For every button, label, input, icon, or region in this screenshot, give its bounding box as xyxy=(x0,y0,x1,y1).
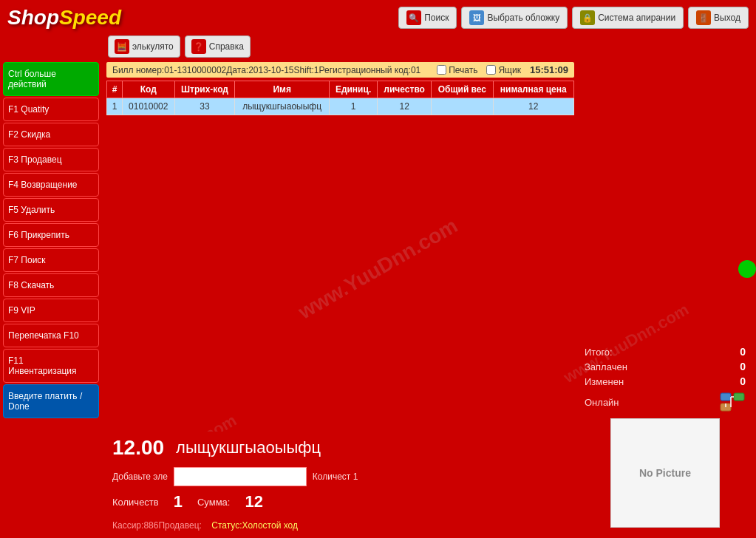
cell-qty: 12 xyxy=(378,98,432,115)
sidebar: Ctrl больше действий F1 Quatity F2 Скидк… xyxy=(0,62,102,534)
cell-unit: 1 xyxy=(329,98,377,115)
sidebar-done-button[interactable]: Введите платить / Done xyxy=(3,384,99,418)
calculator-button[interactable]: 🧮 элькулято xyxy=(108,35,180,58)
online-icon xyxy=(719,392,746,412)
sidebar-ctrl-button[interactable]: Ctrl больше действий xyxy=(3,62,99,96)
print-checkbox[interactable] xyxy=(437,65,446,75)
sidebar-f8-button[interactable]: F8 Скачать xyxy=(3,273,99,297)
quantity-row-label: Количеств xyxy=(112,497,159,508)
cover-button[interactable]: 🖼 Выбрать обложку xyxy=(461,7,568,29)
time-display: 15:51:09 xyxy=(530,64,568,75)
col-unit: Единиц. xyxy=(329,81,377,98)
logo: ShopSpeed xyxy=(7,6,121,30)
logo-speed: Speed xyxy=(59,6,121,29)
cell-minprice: 12 xyxy=(493,98,573,115)
paid-value: 0 xyxy=(716,361,746,372)
sidebar-f2-button[interactable]: F2 Скидка xyxy=(3,123,99,146)
bill-info-right: Печать Ящик 15:51:09 xyxy=(437,64,568,75)
col-num: # xyxy=(107,81,123,98)
sidebar-f5-button[interactable]: F5 Удалить xyxy=(3,198,99,222)
sidebar-f9-button[interactable]: F9 VIP xyxy=(3,299,99,322)
search-button[interactable]: 🔍 Поиск xyxy=(398,7,457,29)
data-table: # Код Штрих-код Имя Единиц. личество Общ… xyxy=(106,81,574,115)
product-price: 12.00 xyxy=(112,436,164,460)
right-panel: Итого: 0 Заплачен 0 Изменен 0 Онлайн xyxy=(579,62,756,534)
green-indicator xyxy=(738,260,756,278)
qty-row: Количеств 1 Сумма: 12 xyxy=(106,489,574,517)
no-picture-box: No Picture xyxy=(610,418,720,528)
cell-num: 1 xyxy=(107,98,123,115)
logo-shop: Shop xyxy=(7,6,59,29)
cell-code: 01010002 xyxy=(122,98,174,115)
total-value: 0 xyxy=(716,346,746,358)
summary-panel: Итого: 0 Заплачен 0 Изменен 0 Онлайн xyxy=(579,62,752,534)
system-button[interactable]: 🔒 Система апирании xyxy=(572,7,684,29)
col-minprice: нималная цена xyxy=(493,81,573,98)
table-row[interactable]: 1 01010002 33 лыщукшгыаоыыфц 1 12 12 xyxy=(107,98,574,115)
online-label: Онлайн xyxy=(585,397,619,408)
table-container: # Код Штрих-код Имя Единиц. личество Общ… xyxy=(106,81,574,432)
help-button[interactable]: ❓ Справка xyxy=(185,35,251,58)
total-row: Итого: 0 xyxy=(579,344,752,359)
total-label: Итого: xyxy=(585,347,613,358)
svg-rect-1 xyxy=(734,393,744,401)
cell-barcode: 33 xyxy=(174,98,235,115)
cashier-text: Кассир:886Продавец: xyxy=(112,520,202,531)
paid-row: Заплачен 0 xyxy=(579,359,752,374)
bill-info-text: Билл номер:01-1310000002Дата:2013-10-15S… xyxy=(112,65,420,75)
sidebar-f10-button[interactable]: Перепечатка F10 xyxy=(3,324,99,347)
exit-icon: 🚪 xyxy=(696,10,711,25)
add-label: Добавьте эле xyxy=(112,471,168,482)
paid-label: Заплачен xyxy=(585,361,627,372)
input-row: Добавьте эле Количест 1 xyxy=(106,464,574,489)
sum-label: Сумма: xyxy=(197,497,230,508)
box-checkbox[interactable] xyxy=(486,65,496,75)
add-input[interactable] xyxy=(174,467,307,486)
svg-rect-0 xyxy=(721,393,731,401)
product-section: 12.00 лыщукшгыаоыыфц Добавьте эле Количе… xyxy=(106,432,574,534)
qty-label: Количест 1 xyxy=(313,471,358,482)
main-layout: Ctrl больше действий F1 Quatity F2 Скидк… xyxy=(0,62,756,534)
cell-name: лыщукшгыаоыыфц xyxy=(235,98,330,115)
sidebar-f3-button[interactable]: F3 Продавец xyxy=(3,148,99,171)
col-qty: личество xyxy=(378,81,432,98)
changed-row: Изменен 0 xyxy=(579,374,752,389)
online-row: Онлайн xyxy=(579,389,752,415)
cell-weight xyxy=(432,98,493,115)
sidebar-f7-button[interactable]: F7 Поиск xyxy=(3,248,99,272)
product-name: лыщукшгыаоыыфц xyxy=(176,438,321,457)
sidebar-f6-button[interactable]: F6 Прикрепить xyxy=(3,223,99,247)
table-header-row: # Код Штрих-код Имя Единиц. личество Общ… xyxy=(107,81,574,98)
calculator-icon: 🧮 xyxy=(115,39,129,54)
col-weight: Общий вес xyxy=(432,81,493,98)
box-checkbox-label[interactable]: Ящик xyxy=(486,65,521,75)
sidebar-f4-button[interactable]: F4 Возвращение xyxy=(3,173,99,197)
bill-info: Билл номер:01-1310000002Дата:2013-10-15S… xyxy=(106,62,574,78)
col-name: Имя xyxy=(235,81,330,98)
changed-label: Изменен xyxy=(585,376,624,387)
cashier-bar: Кассир:886Продавец: Статус:Холостой ход xyxy=(106,517,574,534)
system-icon: 🔒 xyxy=(580,10,595,25)
print-checkbox-label[interactable]: Печать xyxy=(437,65,477,75)
sum-value: 12 xyxy=(245,492,262,511)
toolbar2: 🧮 элькулято ❓ Справка xyxy=(0,35,756,62)
sidebar-f1-button[interactable]: F1 Quatity xyxy=(3,98,99,121)
logo-text: ShopSpeed xyxy=(7,6,121,30)
cashier-status: Статус:Холостой ход xyxy=(211,520,298,531)
header-buttons: 🔍 Поиск 🖼 Выбрать обложку 🔒 Система апир… xyxy=(398,7,749,29)
col-barcode: Штрих-код xyxy=(174,81,235,98)
exit-button[interactable]: 🚪 Выход xyxy=(688,7,749,29)
header: ShopSpeed 🔍 Поиск 🖼 Выбрать обложку 🔒 Си… xyxy=(0,0,756,35)
quantity-value: 1 xyxy=(174,492,183,511)
help-icon: ❓ xyxy=(191,39,206,54)
no-picture-text: No Picture xyxy=(639,467,691,479)
sidebar-f11-button[interactable]: F11 Инвентаризация xyxy=(3,349,99,383)
search-icon: 🔍 xyxy=(406,10,421,25)
changed-value: 0 xyxy=(716,375,746,387)
content-area: Билл номер:01-1310000002Дата:2013-10-15S… xyxy=(102,62,579,534)
product-info-bar: 12.00 лыщукшгыаоыыфц xyxy=(106,432,574,464)
cover-icon: 🖼 xyxy=(469,10,484,25)
col-code: Код xyxy=(122,81,174,98)
